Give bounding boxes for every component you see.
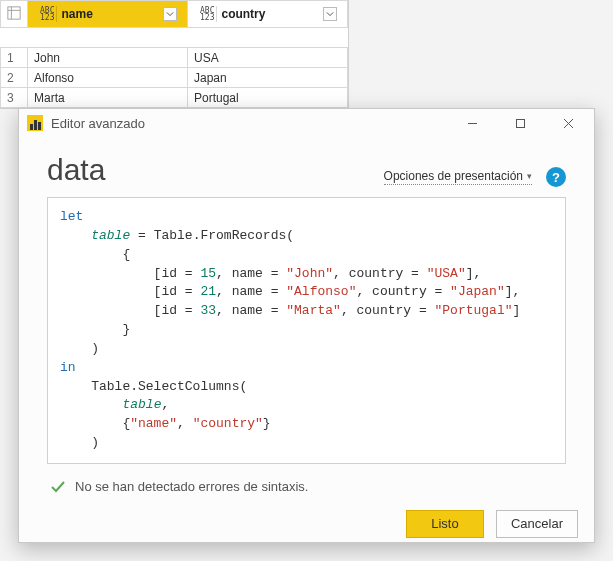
query-output-table: ABC123 name ABC123 country — [0, 0, 349, 109]
advanced-editor-dialog: Editor avanzado data Opciones de present… — [18, 108, 595, 543]
check-icon — [49, 478, 67, 496]
help-icon[interactable]: ? — [546, 167, 566, 187]
maximize-button[interactable] — [500, 109, 540, 137]
column-label: country — [221, 7, 319, 21]
cell-name[interactable]: Alfonso — [28, 68, 188, 88]
powerbi-app-icon — [27, 115, 43, 131]
datatype-any-icon: ABC123 — [38, 6, 57, 22]
table-row[interactable]: 1 John USA — [1, 48, 348, 68]
row-number: 3 — [1, 88, 28, 108]
table-corner-icon[interactable] — [1, 1, 28, 28]
datatype-any-icon: ABC123 — [198, 6, 217, 22]
column-filter-dropdown[interactable] — [163, 7, 177, 21]
column-label: name — [61, 7, 159, 21]
minimize-button[interactable] — [452, 109, 492, 137]
cell-country[interactable]: Portugal — [188, 88, 348, 108]
done-button[interactable]: Listo — [406, 510, 484, 538]
close-button[interactable] — [548, 109, 588, 137]
column-header-country[interactable]: ABC123 country — [188, 1, 348, 28]
svg-rect-0 — [8, 6, 20, 18]
cancel-button[interactable]: Cancelar — [496, 510, 578, 538]
column-filter-dropdown[interactable] — [323, 7, 337, 21]
table-row[interactable]: 3 Marta Portugal — [1, 88, 348, 108]
chevron-down-icon: ▾ — [527, 171, 532, 181]
cell-name[interactable]: Marta — [28, 88, 188, 108]
code-content[interactable]: let table = Table.FromRecords( { [id = 1… — [48, 198, 565, 463]
row-number: 1 — [1, 48, 28, 68]
svg-rect-4 — [516, 119, 524, 127]
display-options-dropdown[interactable]: Opciones de presentación▾ — [384, 169, 532, 185]
cell-country[interactable]: USA — [188, 48, 348, 68]
window-title: Editor avanzado — [51, 116, 444, 131]
query-name-heading: data — [47, 153, 105, 187]
row-number: 2 — [1, 68, 28, 88]
cell-name[interactable]: John — [28, 48, 188, 68]
table-row[interactable]: 2 Alfonso Japan — [1, 68, 348, 88]
column-header-name[interactable]: ABC123 name — [28, 1, 188, 28]
cell-country[interactable]: Japan — [188, 68, 348, 88]
titlebar: Editor avanzado — [19, 109, 594, 137]
syntax-status: No se han detectado errores de sintaxis. — [47, 464, 566, 504]
code-editor[interactable]: let table = Table.FromRecords( { [id = 1… — [47, 197, 566, 464]
